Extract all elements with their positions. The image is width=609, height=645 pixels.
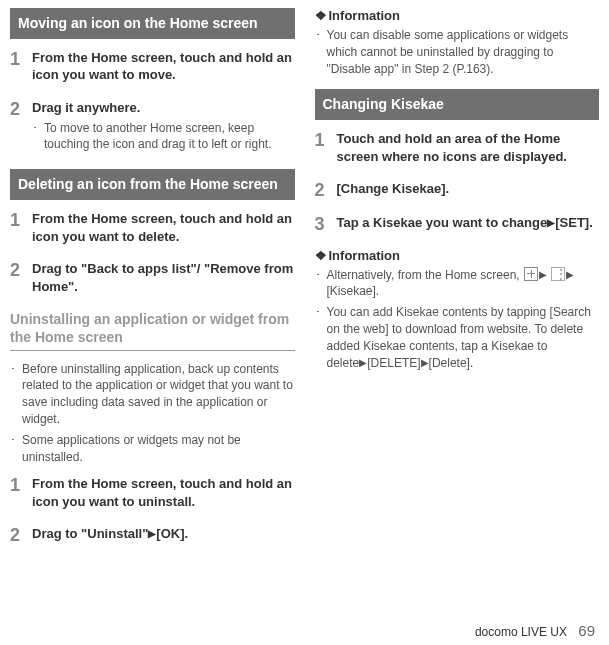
step-title: From the Home screen, touch and hold an …: [32, 210, 295, 245]
bullet-text: You can add Kisekae contents by tapping …: [327, 305, 591, 369]
triangle-icon: ▶: [566, 269, 574, 280]
bullet-item: You can add Kisekae contents by tapping …: [315, 304, 600, 371]
step-number: 2: [10, 260, 32, 298]
information-heading: Information: [315, 8, 600, 23]
apps-grid-icon: [524, 267, 538, 281]
step-title: [Change Kisekae].: [337, 180, 600, 198]
step-title: Touch and hold an area of the Home scree…: [337, 130, 600, 165]
triangle-icon: ▶: [547, 217, 555, 228]
step-title: Drag to "Uninstall"▶[OK].: [32, 525, 295, 543]
step-title-text: Tap a Kisekae you want to change▶[SET].: [337, 215, 593, 230]
page-number: 69: [578, 622, 595, 639]
bullet-list: You can disable some applications or wid…: [315, 27, 600, 77]
section-moving-icon-header: Moving an icon on the Home screen: [10, 8, 295, 39]
step: 2 Drag to "Uninstall"▶[OK].: [10, 525, 295, 547]
section-deleting-icon-header: Deleting an icon from the Home screen: [10, 169, 295, 200]
step-number: 1: [10, 49, 32, 87]
triangle-icon: ▶: [148, 528, 156, 539]
step: 2 Drag to "Back to apps list"/ "Remove f…: [10, 260, 295, 298]
bullet-list: Alternatively, from the Home screen, ▶ ▶…: [315, 267, 600, 372]
section-uninstalling-header: Uninstalling an application or widget fr…: [10, 310, 295, 350]
bullet-item: Before uninstalling application, back up…: [10, 361, 295, 428]
step-number: 2: [315, 180, 337, 202]
step: 2 Drag it anywhere. To move to another H…: [10, 99, 295, 157]
information-heading: Information: [315, 248, 600, 263]
step: 3 Tap a Kisekae you want to change▶[SET]…: [315, 214, 600, 236]
bullet-list: To move to another Home screen, keep tou…: [32, 120, 295, 154]
step-title-text: Drag to "Uninstall"▶[OK].: [32, 526, 188, 541]
section-changing-kisekae-header: Changing Kisekae: [315, 89, 600, 120]
step-number: 1: [10, 475, 32, 513]
triangle-icon: ▶: [539, 269, 547, 280]
step-number: 1: [10, 210, 32, 248]
step: 1 Touch and hold an area of the Home scr…: [315, 130, 600, 168]
step-title: Tap a Kisekae you want to change▶[SET].: [337, 214, 600, 232]
step-title: Drag it anywhere.: [32, 99, 295, 117]
bullet-text: Alternatively, from the Home screen,: [327, 268, 524, 282]
step: 1 From the Home screen, touch and hold a…: [10, 210, 295, 248]
step: 1 From the Home screen, touch and hold a…: [10, 475, 295, 513]
step-title: From the Home screen, touch and hold an …: [32, 49, 295, 84]
footer-label: docomo LIVE UX: [475, 625, 567, 639]
more-menu-icon: [551, 267, 565, 281]
triangle-icon: ▶: [359, 357, 367, 368]
right-column: Information You can disable some applica…: [305, 0, 610, 645]
step-title: From the Home screen, touch and hold an …: [32, 475, 295, 510]
left-column: Moving an icon on the Home screen 1 From…: [0, 0, 305, 645]
bullet-item: To move to another Home screen, keep tou…: [32, 120, 295, 154]
triangle-icon: ▶: [421, 357, 429, 368]
page-footer: docomo LIVE UX 69: [475, 622, 595, 639]
step: 2 [Change Kisekae].: [315, 180, 600, 202]
bullet-list: Before uninstalling application, back up…: [10, 361, 295, 466]
step-number: 3: [315, 214, 337, 236]
step: 1 From the Home screen, touch and hold a…: [10, 49, 295, 87]
step-number: 2: [10, 99, 32, 157]
step-number: 2: [10, 525, 32, 547]
bullet-item: You can disable some applications or wid…: [315, 27, 600, 77]
bullet-text: [Kisekae].: [327, 284, 380, 298]
step-number: 1: [315, 130, 337, 168]
step-title: Drag to "Back to apps list"/ "Remove fro…: [32, 260, 295, 295]
bullet-item: Some applications or widgets may not be …: [10, 432, 295, 466]
bullet-item: Alternatively, from the Home screen, ▶ ▶…: [315, 267, 600, 301]
